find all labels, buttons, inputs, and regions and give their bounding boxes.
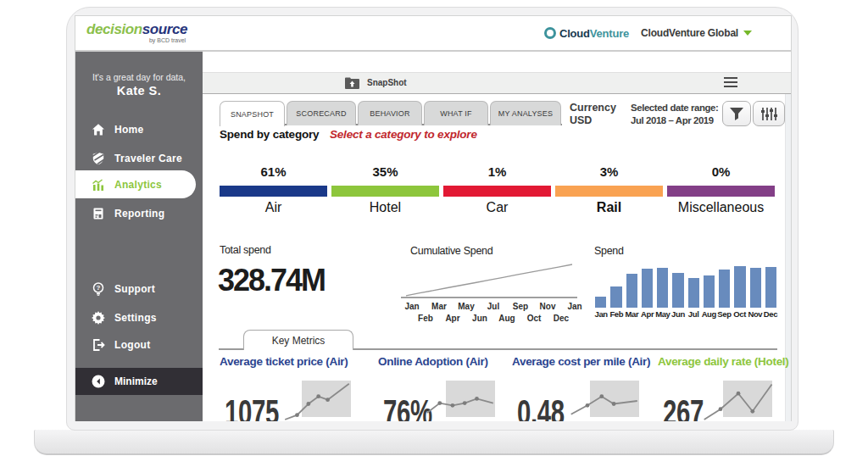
menu-icon[interactable]	[724, 77, 737, 90]
metric-sparkline	[281, 381, 353, 421]
cloudventure-logo: CloudVenture	[544, 27, 629, 40]
cloudventure-circle-icon	[544, 27, 556, 39]
metric-value: 0.48	[517, 395, 565, 421]
metric-title: Average cost per mile (Air)	[512, 355, 650, 368]
category-bar-hotel[interactable]	[331, 186, 439, 197]
category-hotel[interactable]: 35% Hotel	[331, 164, 439, 215]
spend-bar[interactable]	[719, 270, 730, 308]
logout-icon	[92, 338, 105, 352]
support-icon: ?	[92, 282, 105, 296]
axis-tick-label: Mar	[427, 302, 451, 311]
sidebar-item-label: Logout	[114, 339, 150, 351]
axis-tick-label: Nov	[536, 302, 559, 311]
cloudventure-brand-2: Venture	[590, 27, 629, 40]
category-bar-miscellaneous[interactable]	[667, 186, 775, 197]
spend-bar[interactable]	[642, 269, 653, 308]
axis-tick-label: Jul	[686, 309, 701, 319]
category-hint: Select a category to explore	[330, 128, 477, 141]
scrollbar-track[interactable]	[785, 72, 792, 421]
date-range-block: Selected date range: Jul 2018 – Apr 2019	[631, 102, 718, 127]
axis-tick-label: Oct	[522, 314, 546, 323]
filter-button[interactable]	[722, 101, 751, 126]
sidebar-minimize-button[interactable]: Minimize	[75, 368, 203, 395]
total-spend-value: 328.74M	[218, 263, 325, 298]
category-rail[interactable]: 3% Rail	[555, 164, 663, 215]
app-window: decisionsource by BCD travel CloudVentur…	[75, 15, 792, 421]
category-bar-air[interactable]	[220, 186, 327, 197]
spend-bar-chart	[595, 266, 776, 308]
category-miscellaneous[interactable]: 0% Miscellaneous	[667, 164, 775, 215]
laptop-base	[34, 430, 834, 455]
spend-chart-title: Spend	[594, 245, 624, 257]
total-spend-label: Total spend	[220, 244, 271, 256]
category-bars: 61% Air 35% Hotel 1% Car 3% Rail 0%	[220, 164, 775, 215]
category-percent: 0%	[667, 164, 775, 182]
logo-byline: by BCD travel	[86, 37, 187, 44]
category-label: Miscellaneous	[667, 200, 775, 215]
sidebar-item-label: Settings	[114, 312, 157, 324]
spend-bar[interactable]	[704, 275, 715, 308]
sidebar-item-label: Traveler Care	[114, 153, 182, 164]
account-dropdown[interactable]: CloudVenture Global	[641, 27, 752, 39]
category-air[interactable]: 61% Air	[220, 164, 327, 215]
tab-my-analyses[interactable]: MY ANALYSES	[490, 101, 561, 125]
spend-bar[interactable]	[657, 268, 668, 308]
sidebar-item-logout[interactable]: Logout	[75, 331, 203, 359]
app-header: decisionsource by BCD travel CloudVentur…	[75, 16, 792, 52]
metric-sparkline	[426, 381, 497, 421]
category-percent: 61%	[220, 164, 327, 182]
metric-sparkline	[570, 381, 641, 421]
axis-tick-label: Feb	[609, 309, 624, 319]
tab-what-if[interactable]: WHAT IF	[424, 101, 488, 125]
cumulative-spend-title: Cumulative Spend	[410, 245, 492, 257]
sidebar-item-label: Analytics	[114, 179, 162, 191]
account-name: CloudVenture Global	[641, 27, 738, 39]
date-range-label: Selected date range:	[631, 102, 718, 114]
page-title-bar	[203, 72, 792, 94]
category-percent: 1%	[443, 164, 551, 182]
axis-tick-label: Jan	[563, 302, 587, 311]
cloudventure-brand-1: Cloud	[559, 27, 590, 40]
spend-bar[interactable]	[734, 266, 745, 308]
category-label: Car	[443, 200, 551, 215]
sidebar-item-traveler-care[interactable]: Traveler Care	[75, 145, 203, 172]
tab-scorecard[interactable]: SCORECARD	[287, 101, 356, 125]
axis-tick-label: Apr	[441, 314, 465, 323]
spend-bar[interactable]	[626, 274, 637, 308]
key-metrics-tab[interactable]: Key Metrics	[243, 330, 353, 350]
page-title: SnapShot	[367, 78, 407, 87]
shield-icon	[92, 152, 105, 165]
spend-bar[interactable]	[688, 278, 699, 308]
spend-bar[interactable]	[750, 268, 761, 308]
currency-value: USD	[570, 114, 616, 127]
currency-block: Currency USD	[570, 102, 616, 127]
category-bar-rail[interactable]	[555, 186, 663, 197]
axis-tick-label: Dec	[763, 309, 778, 319]
sidebar-item-settings[interactable]: Settings	[75, 304, 203, 331]
category-bar-car[interactable]	[443, 186, 551, 197]
sidebar-item-support[interactable]: ? Support	[75, 275, 203, 303]
axis-tick-label: Jun	[670, 309, 686, 319]
spend-bar[interactable]	[765, 267, 776, 308]
tab-snapshot[interactable]: SNAPSHOT	[220, 101, 285, 126]
sidebar-item-home[interactable]: Home	[75, 116, 203, 143]
category-label: Air	[220, 200, 327, 215]
spend-bar[interactable]	[672, 273, 683, 308]
tab-behavior[interactable]: BEHAVIOR	[358, 101, 422, 125]
sidebar-item-label: Home	[114, 124, 144, 136]
chevron-down-icon	[743, 31, 752, 36]
axis-tick-label: Apr	[640, 309, 655, 319]
adjust-filters-button[interactable]	[753, 101, 785, 126]
sidebar-item-analytics[interactable]: Analytics	[75, 171, 203, 198]
spend-bar[interactable]	[595, 297, 606, 308]
category-car[interactable]: 1% Car	[443, 164, 551, 215]
folder-upload-icon	[345, 76, 359, 89]
axis-tick-label: Jan	[593, 309, 609, 319]
minimize-icon	[92, 375, 105, 388]
date-range-value: Jul 2018 – Apr 2019	[631, 114, 718, 127]
axis-tick-label: Sep	[716, 309, 732, 319]
greeting-line1: It's a great day for data,	[75, 72, 203, 82]
spend-bar[interactable]	[610, 286, 621, 308]
sidebar-item-reporting[interactable]: Reporting	[75, 200, 203, 227]
axis-tick-label: Mar	[624, 309, 639, 319]
